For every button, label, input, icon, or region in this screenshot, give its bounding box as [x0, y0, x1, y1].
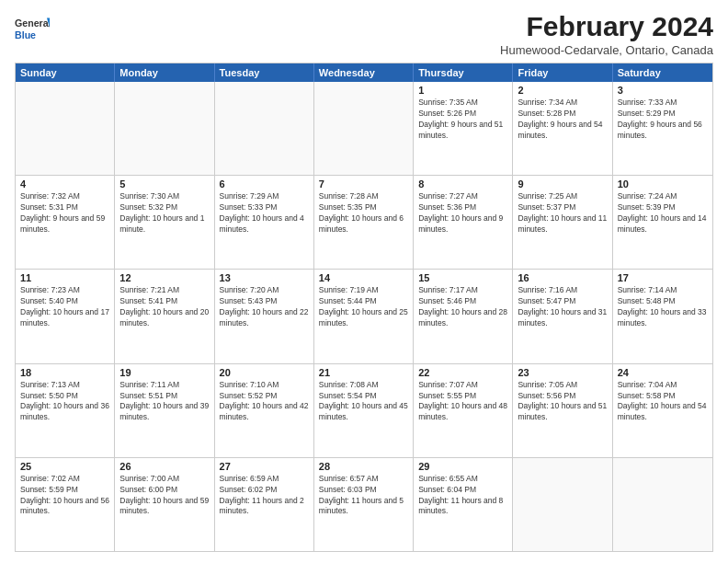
day-header-monday: Monday — [115, 63, 214, 82]
day-header-thursday: Thursday — [414, 63, 513, 82]
day-number: 1 — [418, 85, 507, 96]
day-number: 19 — [119, 367, 209, 378]
day-info: Sunrise: 7:02 AMSunset: 5:59 PMDaylight:… — [20, 474, 109, 518]
cal-cell-empty-0-3 — [314, 82, 414, 175]
day-number: 18 — [20, 367, 109, 378]
day-number: 7 — [319, 178, 408, 190]
week-row-1: 1Sunrise: 7:35 AMSunset: 5:26 PMDaylight… — [16, 82, 712, 176]
cal-cell-24: 24Sunrise: 7:04 AMSunset: 5:58 PMDayligh… — [613, 364, 712, 457]
day-info: Sunrise: 7:24 AMSunset: 5:39 PMDaylight:… — [618, 191, 708, 236]
day-info: Sunrise: 7:34 AMSunset: 5:28 PMDaylight:… — [518, 98, 607, 142]
day-info: Sunrise: 7:16 AMSunset: 5:47 PMDaylight:… — [518, 285, 607, 329]
cal-cell-28: 28Sunrise: 6:57 AMSunset: 6:03 PMDayligh… — [314, 458, 414, 551]
logo-svg: General Blue — [15, 11, 50, 46]
day-info: Sunrise: 7:20 AMSunset: 5:43 PMDaylight:… — [220, 285, 309, 329]
day-info: Sunrise: 7:07 AMSunset: 5:55 PMDaylight:… — [418, 380, 507, 424]
day-info: Sunrise: 6:57 AMSunset: 6:03 PMDaylight:… — [319, 474, 408, 518]
calendar-body: 1Sunrise: 7:35 AMSunset: 5:26 PMDaylight… — [16, 82, 712, 551]
cal-cell-13: 13Sunrise: 7:20 AMSunset: 5:43 PMDayligh… — [215, 270, 314, 362]
day-number: 22 — [418, 367, 507, 378]
cal-cell-11: 11Sunrise: 7:23 AMSunset: 5:40 PMDayligh… — [16, 270, 115, 362]
day-info: Sunrise: 7:19 AMSunset: 5:44 PMDaylight:… — [319, 285, 408, 329]
day-info: Sunrise: 7:25 AMSunset: 5:37 PMDaylight:… — [518, 191, 607, 236]
calendar-header: SundayMondayTuesdayWednesdayThursdayFrid… — [16, 63, 712, 82]
cal-cell-empty-4-5 — [513, 458, 612, 551]
day-number: 21 — [319, 367, 408, 378]
cal-cell-16: 16Sunrise: 7:16 AMSunset: 5:47 PMDayligh… — [513, 270, 612, 362]
cal-cell-empty-4-6 — [613, 458, 712, 551]
day-number: 17 — [618, 272, 708, 283]
day-info: Sunrise: 7:30 AMSunset: 5:32 PMDaylight:… — [119, 191, 209, 236]
day-number: 23 — [518, 367, 607, 378]
cal-cell-12: 12Sunrise: 7:21 AMSunset: 5:41 PMDayligh… — [115, 270, 214, 362]
cal-cell-empty-0-0 — [16, 82, 115, 175]
day-info: Sunrise: 7:05 AMSunset: 5:56 PMDaylight:… — [518, 380, 607, 424]
svg-text:General: General — [15, 17, 50, 29]
cal-cell-8: 8Sunrise: 7:27 AMSunset: 5:36 PMDaylight… — [414, 176, 513, 269]
cal-cell-4: 4Sunrise: 7:32 AMSunset: 5:31 PMDaylight… — [16, 176, 115, 269]
cal-cell-27: 27Sunrise: 6:59 AMSunset: 6:02 PMDayligh… — [215, 458, 314, 551]
day-info: Sunrise: 6:59 AMSunset: 6:02 PMDaylight:… — [220, 474, 309, 518]
day-number: 26 — [119, 461, 209, 472]
day-number: 9 — [518, 178, 607, 190]
day-header-wednesday: Wednesday — [314, 63, 414, 82]
day-info: Sunrise: 7:29 AMSunset: 5:33 PMDaylight:… — [220, 191, 309, 236]
calendar: SundayMondayTuesdayWednesdayThursdayFrid… — [15, 63, 713, 552]
cal-cell-7: 7Sunrise: 7:28 AMSunset: 5:35 PMDaylight… — [314, 176, 414, 269]
day-number: 6 — [220, 178, 309, 190]
day-info: Sunrise: 7:08 AMSunset: 5:54 PMDaylight:… — [319, 380, 408, 424]
day-number: 15 — [418, 272, 507, 283]
day-number: 14 — [319, 272, 408, 283]
day-info: Sunrise: 7:21 AMSunset: 5:41 PMDaylight:… — [119, 285, 209, 329]
day-header-friday: Friday — [513, 63, 612, 82]
title-block: February 2024 Humewood-Cedarvale, Ontari… — [500, 11, 713, 57]
week-row-4: 18Sunrise: 7:13 AMSunset: 5:50 PMDayligh… — [16, 364, 712, 458]
day-number: 3 — [618, 85, 708, 96]
day-number: 2 — [518, 85, 607, 96]
cal-cell-6: 6Sunrise: 7:29 AMSunset: 5:33 PMDaylight… — [215, 176, 314, 269]
day-info: Sunrise: 6:55 AMSunset: 6:04 PMDaylight:… — [418, 474, 507, 518]
page-header: General Blue February 2024 Humewood-Ceda… — [15, 11, 713, 57]
day-info: Sunrise: 7:35 AMSunset: 5:26 PMDaylight:… — [418, 98, 507, 142]
day-info: Sunrise: 7:17 AMSunset: 5:46 PMDaylight:… — [418, 285, 507, 329]
day-number: 8 — [418, 178, 507, 190]
cal-cell-18: 18Sunrise: 7:13 AMSunset: 5:50 PMDayligh… — [16, 364, 115, 457]
day-info: Sunrise: 7:28 AMSunset: 5:35 PMDaylight:… — [319, 191, 408, 236]
day-header-tuesday: Tuesday — [215, 63, 314, 82]
day-info: Sunrise: 7:10 AMSunset: 5:52 PMDaylight:… — [220, 380, 309, 424]
cal-cell-25: 25Sunrise: 7:02 AMSunset: 5:59 PMDayligh… — [16, 458, 115, 551]
cal-cell-empty-0-1 — [115, 82, 214, 175]
day-number: 5 — [119, 178, 209, 190]
day-number: 20 — [220, 367, 309, 378]
day-info: Sunrise: 7:14 AMSunset: 5:48 PMDaylight:… — [618, 285, 708, 329]
day-number: 28 — [319, 461, 408, 472]
cal-cell-29: 29Sunrise: 6:55 AMSunset: 6:04 PMDayligh… — [414, 458, 513, 551]
svg-text:Blue: Blue — [15, 29, 36, 40]
day-info: Sunrise: 7:00 AMSunset: 6:00 PMDaylight:… — [119, 474, 209, 518]
cal-cell-22: 22Sunrise: 7:07 AMSunset: 5:55 PMDayligh… — [414, 364, 513, 457]
cal-cell-2: 2Sunrise: 7:34 AMSunset: 5:28 PMDaylight… — [513, 82, 612, 175]
day-number: 11 — [20, 272, 109, 283]
cal-cell-19: 19Sunrise: 7:11 AMSunset: 5:51 PMDayligh… — [115, 364, 214, 457]
day-number: 27 — [220, 461, 309, 472]
day-header-saturday: Saturday — [613, 63, 712, 82]
day-number: 25 — [20, 461, 109, 472]
day-number: 29 — [418, 461, 507, 472]
cal-cell-10: 10Sunrise: 7:24 AMSunset: 5:39 PMDayligh… — [613, 176, 712, 269]
cal-cell-20: 20Sunrise: 7:10 AMSunset: 5:52 PMDayligh… — [215, 364, 314, 457]
cal-cell-21: 21Sunrise: 7:08 AMSunset: 5:54 PMDayligh… — [314, 364, 414, 457]
cal-cell-23: 23Sunrise: 7:05 AMSunset: 5:56 PMDayligh… — [513, 364, 612, 457]
day-info: Sunrise: 7:04 AMSunset: 5:58 PMDaylight:… — [618, 380, 708, 424]
cal-cell-5: 5Sunrise: 7:30 AMSunset: 5:32 PMDaylight… — [115, 176, 214, 269]
cal-cell-3: 3Sunrise: 7:33 AMSunset: 5:29 PMDaylight… — [613, 82, 712, 175]
cal-cell-17: 17Sunrise: 7:14 AMSunset: 5:48 PMDayligh… — [613, 270, 712, 362]
day-info: Sunrise: 7:33 AMSunset: 5:29 PMDaylight:… — [618, 98, 708, 142]
week-row-5: 25Sunrise: 7:02 AMSunset: 5:59 PMDayligh… — [16, 458, 712, 551]
day-info: Sunrise: 7:23 AMSunset: 5:40 PMDaylight:… — [20, 285, 109, 329]
day-number: 12 — [119, 272, 209, 283]
logo: General Blue — [15, 11, 50, 46]
subtitle: Humewood-Cedarvale, Ontario, Canada — [500, 43, 713, 57]
day-number: 10 — [618, 178, 708, 190]
main-title: February 2024 — [500, 11, 713, 41]
day-header-sunday: Sunday — [16, 63, 115, 82]
